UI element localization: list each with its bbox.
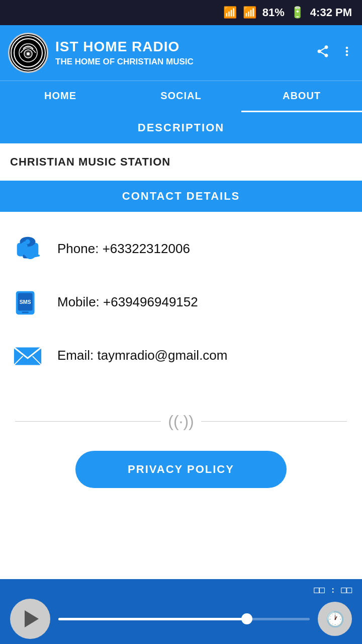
clock-icon[interactable]: 🕐 (318, 602, 352, 636)
share-icon[interactable] (316, 44, 330, 62)
sms-icon: SMS (10, 284, 45, 319)
contact-list: Phone: +63322312006 SMS Mobile: +6394969… (0, 212, 362, 392)
battery-icon: 🔋 (291, 6, 304, 19)
description-text: CHRISTIAN MUSIC STATION (0, 143, 362, 181)
app-logo (8, 33, 48, 73)
player-time-display: □□ : □□ (10, 584, 352, 595)
phone-icon (10, 231, 45, 266)
nav-about[interactable]: ABOUT (241, 81, 362, 112)
divider-right (201, 421, 347, 422)
contact-email: Email: taymradio@gmail.com (10, 329, 352, 382)
nav-home[interactable]: HOME (0, 81, 121, 112)
header-text-group: IST HOME RADIO THE HOME OF CHRISTIAN MUS… (55, 39, 311, 67)
wifi-icon: 📶 (223, 6, 237, 19)
battery-text: 81% (262, 6, 285, 19)
main-content: DESCRIPTION CHRISTIAN MUSIC STATION CONT… (0, 112, 362, 518)
status-bar: 📶 📶 81% 🔋 4:32 PM (0, 0, 362, 25)
contact-header: CONTACT DETAILS (0, 181, 362, 212)
nav-bar: HOME SOCIAL ABOUT (0, 80, 362, 112)
svg-point-3 (27, 52, 30, 55)
radio-wave-icon: ((·)) (161, 412, 201, 431)
more-options-icon[interactable] (340, 44, 354, 62)
app-subtitle: THE HOME OF CHRISTIAN MUSIC (55, 57, 311, 67)
player-bar: □□ : □□ 🕐 (0, 579, 362, 644)
phone-text: Phone: +63322312006 (57, 241, 190, 257)
contact-phone: Phone: +63322312006 (10, 222, 352, 275)
time-display: 4:32 PM (310, 6, 352, 19)
progress-bar[interactable] (58, 618, 310, 620)
nav-social[interactable]: SOCIAL (121, 81, 241, 112)
progress-fill (58, 618, 247, 620)
divider-left (15, 421, 161, 422)
svg-text:SMS: SMS (20, 299, 31, 305)
privacy-policy-button[interactable]: PRIVACY POLICY (75, 451, 287, 488)
progress-thumb (241, 613, 252, 624)
description-header: DESCRIPTION (0, 112, 362, 143)
app-title: IST HOME RADIO (55, 39, 311, 55)
player-controls: 🕐 (10, 599, 352, 639)
email-text: Email: taymradio@gmail.com (57, 348, 227, 363)
mobile-text: Mobile: +639496949152 (57, 294, 198, 310)
privacy-policy-section: PRIVACY POLICY (0, 441, 362, 518)
app-header: IST HOME RADIO THE HOME OF CHRISTIAN MUS… (0, 25, 362, 80)
header-actions[interactable] (316, 44, 354, 62)
radio-divider: ((·)) (0, 392, 362, 441)
svg-rect-11 (22, 311, 29, 313)
play-button[interactable] (10, 599, 50, 639)
signal-icon: 📶 (243, 6, 256, 19)
contact-mobile: SMS Mobile: +639496949152 (10, 275, 352, 329)
email-icon (10, 338, 45, 373)
